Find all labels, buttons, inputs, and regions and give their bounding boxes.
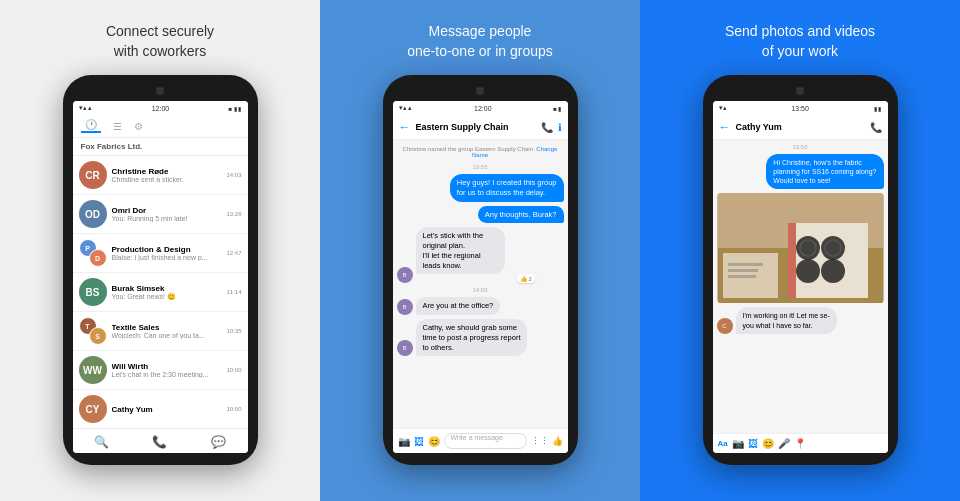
gear-icon: ⚙ [134,121,143,132]
system-message: Christine named the group Eastern Supply… [397,144,564,160]
reaction-bubble: 👍 2 [517,274,534,283]
chat-info: Textile Sales Wojciech: Can one of you t… [112,323,222,339]
contact-name: Cathy Yum [736,122,865,132]
input-icons: 📷 🖼 😊 [398,436,440,447]
camera-icon[interactable]: 📷 [732,438,744,449]
avatar: B [397,299,413,315]
contacts-icon: ☰ [113,121,122,132]
list-item[interactable]: BS Burak Simsek You: Great news! 😊 11:14 [73,273,248,312]
message-bubble-in: Let's stick with the original plan.I'll … [416,227,505,274]
chat-info: Will Wirth Let's chat in the 2:30 meetin… [112,362,222,378]
middle-panel: Message people one-to-one or in groups ▾… [320,0,640,501]
chat-info: Cathy Yum [112,405,222,414]
status-time: 13:50 [791,105,809,112]
mic-icon[interactable]: 🎤 [778,438,790,449]
avatar: CR [79,161,107,189]
chat-input-bar: Aa 📷 🖼 😊 🎤 📍 [713,433,888,453]
status-bar: ▾▴ ▴ 12:00 ■ ▮ [393,101,568,115]
media-icons: 📷 🖼 😊 🎤 📍 [732,438,806,449]
avatar: C [717,318,733,334]
chat-list: CR Christine Røde Christine sent a stick… [73,156,248,428]
status-bar: ▾▴ ▴ 12:00 ■ ▮ ▮ [73,101,248,115]
image-icon[interactable]: 🖼 [414,436,424,447]
message-bubble-out: Any thoughts, Burak? [478,206,564,224]
chat-info: Christine Røde Christine sent a sticker. [112,167,222,183]
message-bubble-out: Hey guys! I created this groupfor us to … [450,174,564,202]
signal-icons: ▾▴ ▴ [399,104,413,112]
message-bubble-out: Hi Christine, how's the fabricplanning f… [766,154,883,189]
left-phone-screen: ▾▴ ▴ 12:00 ■ ▮ ▮ 🕐 ☰ ⚙ Fox Fabrics Ltd. [73,101,248,453]
left-panel: Connect securely with coworkers ▾▴ ▴ 12:… [0,0,320,501]
right-phone: ▾▴ 13:50 ▮ ▮ ← Cathy Yum 📞 13:50 Hi Chri… [703,75,898,465]
group-chat-header: ← Eastern Supply Chain 📞 ℹ [393,115,568,140]
call-icon[interactable]: 📞 [541,122,553,133]
avatar: CY [79,395,107,423]
signal-icons: ▾▴ ▴ [79,104,93,112]
list-item[interactable]: OD Omri Dor You: Running 5 min late! 13:… [73,195,248,234]
chat-info: Burak Simsek You: Great news! 😊 [112,284,222,301]
message-time: 14:03 [397,287,564,293]
direct-chat-messages: 13:50 Hi Christine, how's the fabricplan… [713,140,888,433]
message-bubble-in: Cathy, we should grab sometime to post a… [416,319,528,356]
message-time: 13:50 [717,144,884,150]
middle-phone-screen: ▾▴ ▴ 12:00 ■ ▮ ← Eastern Supply Chain 📞 … [393,101,568,453]
list-item[interactable]: PD Production & Design Blaise: I just fi… [73,234,248,273]
svg-point-8 [821,259,845,283]
status-time: 12:00 [474,105,492,112]
camera-icon[interactable]: 📷 [398,436,410,447]
search-icon[interactable]: 🔍 [94,435,109,449]
phone-icon[interactable]: 📞 [152,435,167,449]
chat-time: 10:00 [226,406,241,412]
chat-preview: Christine sent a sticker. [112,176,222,183]
clock-icon: 🕐 [85,119,97,130]
messages-icon[interactable]: 💬 [211,435,226,449]
chat-input-bar: 📷 🖼 😊 Write a message ⋮⋮ 👍 [393,428,568,453]
right-panel-title: Send photos and videos of your work [725,22,875,61]
middle-phone: ▾▴ ▴ 12:00 ■ ▮ ← Eastern Supply Chain 📞 … [383,75,578,465]
chat-name: Textile Sales [112,323,222,332]
phone-camera [476,87,484,95]
svg-rect-9 [788,223,796,298]
call-icon[interactable]: 📞 [870,122,882,133]
fabric-photo [717,193,884,303]
image-icon[interactable]: 🖼 [748,438,758,449]
bottom-nav: 🔍 📞 💬 [73,428,248,453]
emoji-icon[interactable]: 😊 [428,436,440,447]
right-phone-screen: ▾▴ 13:50 ▮ ▮ ← Cathy Yum 📞 13:50 Hi Chri… [713,101,888,453]
chat-name: Production & Design [112,245,222,254]
chat-name: Christine Røde [112,167,222,176]
back-button[interactable]: ← [719,120,731,134]
location-icon[interactable]: 📍 [794,438,806,449]
like-send-icon[interactable]: 👍 [552,436,563,446]
tab-contacts[interactable]: ☰ [113,121,122,132]
battery-icons: ▮ ▮ [874,105,882,112]
message-bubble-in: Are you at the office? [416,297,501,315]
list-item[interactable]: CR Christine Røde Christine sent a stick… [73,156,248,195]
chat-preview: Wojciech: Can one of you ta... [112,332,222,339]
list-item[interactable]: CY Cathy Yum 10:00 [73,390,248,428]
list-item[interactable]: TS Textile Sales Wojciech: Can one of yo… [73,312,248,351]
reaction-row: 👍 2 [416,274,535,283]
message-input[interactable]: Write a message [444,433,527,449]
svg-rect-11 [728,263,763,266]
tab-settings[interactable]: ⚙ [134,121,143,132]
list-item[interactable]: WW Will Wirth Let's chat in the 2:30 mee… [73,351,248,390]
info-icon[interactable]: ℹ [558,122,562,133]
message-row: B Are you at the office? [397,297,564,315]
left-phone: ▾▴ ▴ 12:00 ■ ▮ ▮ 🕐 ☰ ⚙ Fox Fabrics Ltd. [63,75,258,465]
more-icon[interactable]: ⋮⋮ [531,436,549,446]
direct-chat-header: ← Cathy Yum 📞 [713,115,888,140]
input-icons: Aa [718,439,728,448]
back-button[interactable]: ← [399,120,411,134]
tab-recent[interactable]: 🕐 [81,119,101,133]
message-bubble-in: I'm working on it! Let me se-you what I … [736,307,837,333]
chat-preview: Let's chat in the 2:30 meeting... [112,371,222,378]
aa-icon[interactable]: Aa [718,439,728,448]
phone-camera [156,87,164,95]
right-panel: Send photos and videos of your work ▾▴ 1… [640,0,960,501]
emoji-icon[interactable]: 😊 [762,438,774,449]
avatar-group: TS [79,317,107,345]
middle-panel-title: Message people one-to-one or in groups [407,22,553,61]
chat-info: Omri Dor You: Running 5 min late! [112,206,222,222]
status-bar: ▾▴ 13:50 ▮ ▮ [713,101,888,115]
